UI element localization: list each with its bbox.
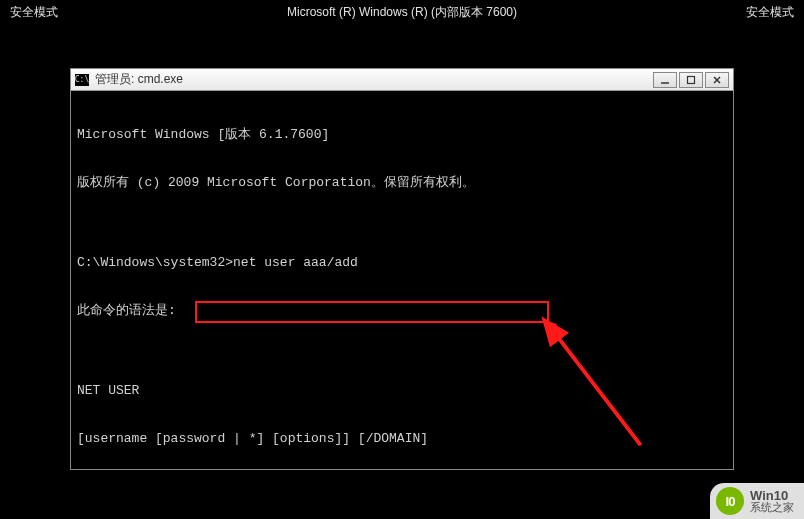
safe-mode-right: 安全模式 (746, 4, 794, 21)
watermark: I0 Win10 系统之家 (710, 483, 804, 519)
window-controls (653, 72, 729, 88)
term-line: 此命令的语法是: (77, 303, 727, 319)
term-line: NET USER (77, 383, 727, 399)
term-line: 版权所有 (c) 2009 Microsoft Corporation。保留所有… (77, 175, 727, 191)
annotation-arrow-icon (71, 91, 733, 469)
svg-marker-7 (546, 321, 557, 333)
cmd-icon: C:\ (75, 74, 89, 86)
watermark-logo-icon: I0 (716, 487, 744, 515)
svg-rect-1 (688, 76, 695, 83)
window-title: 管理员: cmd.exe (95, 71, 653, 88)
safe-mode-left: 安全模式 (10, 4, 58, 21)
titlebar[interactable]: C:\ 管理员: cmd.exe (71, 69, 733, 91)
term-line: C:\Windows\system32>net user aaa/add (77, 255, 727, 271)
maximize-button[interactable] (679, 72, 703, 88)
safe-mode-header: 安全模式 Microsoft (R) Windows (R) (内部版本 760… (0, 4, 804, 21)
watermark-text: Win10 系统之家 (750, 489, 794, 513)
watermark-line2: 系统之家 (750, 502, 794, 513)
terminal-output[interactable]: Microsoft Windows [版本 6.1.7600] 版权所有 (c)… (71, 91, 733, 469)
term-line: Microsoft Windows [版本 6.1.7600] (77, 127, 727, 143)
term-line: [username [password | *] [options]] [/DO… (77, 431, 727, 447)
close-button[interactable] (705, 72, 729, 88)
cmd-window: C:\ 管理员: cmd.exe Microsoft Windows [版本 6… (70, 68, 734, 470)
minimize-button[interactable] (653, 72, 677, 88)
windows-build-label: Microsoft (R) Windows (R) (内部版本 7600) (287, 4, 517, 21)
